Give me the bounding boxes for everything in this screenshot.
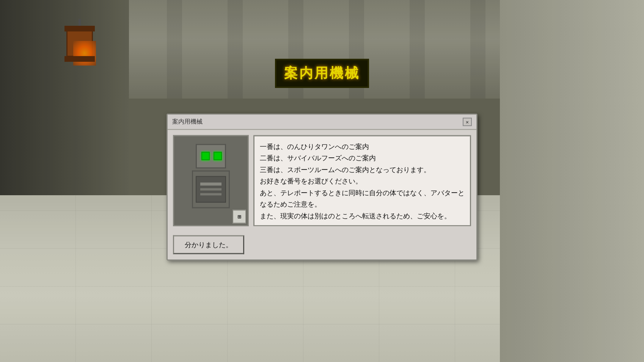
portrait-icon-symbol: ⊞ [237, 213, 241, 220]
dialog-footer: 分かりました。 [168, 231, 476, 259]
portrait-icon: ⊞ [232, 210, 246, 223]
dialog-title: 案内用機械 [172, 118, 203, 126]
robot-eye-right [214, 152, 222, 160]
dialog-text-area[interactable]: 一番は、のんひりタワンへのご案内 二番は、サバイバルフーズへのご案内 三番は、ス… [253, 135, 471, 226]
robot-panel-line3 [200, 193, 221, 195]
robot-head [196, 144, 226, 168]
robot-panel [196, 176, 226, 202]
robot-panel-line1 [200, 182, 221, 185]
dialog-body: ⊞ 一番は、のんひりタワンへのご案内 二番は、サバイバルフーズへのご案内 三番は… [168, 130, 476, 231]
dialog-box: 案内用機械 × [166, 113, 478, 260]
robot-panel-line2 [200, 188, 221, 190]
close-button[interactable]: × [463, 118, 472, 126]
dialog-overlay: 案内用機械 × [166, 113, 478, 260]
robot-eye-left [201, 152, 210, 160]
ok-button[interactable]: 分かりました。 [173, 235, 244, 254]
dialog-titlebar: 案内用機械 × [168, 114, 476, 130]
dialog-text: 一番は、のんひりタワンへのご案内 二番は、サバイバルフーズへのご案内 三番は、ス… [260, 141, 465, 222]
npc-portrait: ⊞ [173, 135, 249, 226]
game-background: 案内用機械 案内用機械 × [0, 0, 644, 362]
